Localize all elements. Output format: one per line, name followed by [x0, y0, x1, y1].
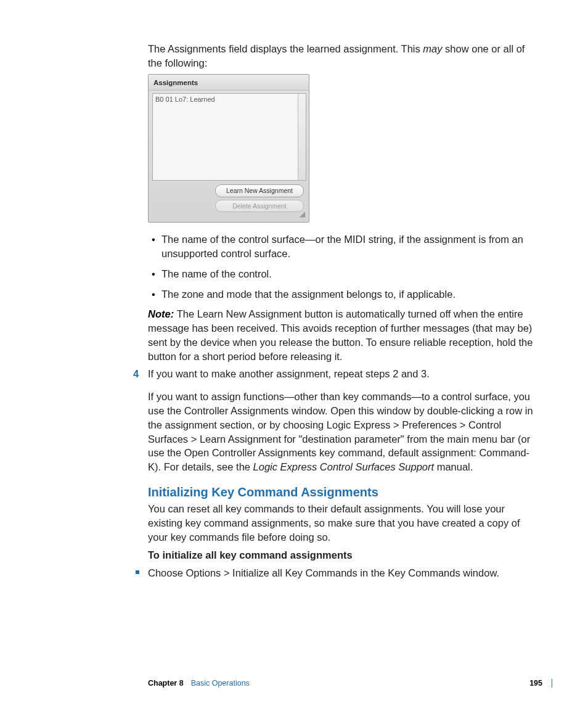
assignments-panel-title: Assignments: [149, 75, 309, 91]
note-label: Note:: [148, 308, 177, 319]
procedure-title: To initialize all key command assignment…: [148, 548, 535, 562]
procedure-step-text: Choose Options > Initialize all Key Comm…: [148, 567, 499, 578]
procedure-list: Choose Options > Initialize all Key Comm…: [148, 566, 535, 580]
assignments-list-entry: B0 01 Lo7: Learned: [155, 96, 215, 103]
bullet-text: The name of the control surface—or the M…: [161, 234, 523, 259]
resize-grip-icon[interactable]: ◢: [152, 212, 306, 218]
list-item: The name of the control surface—or the M…: [161, 232, 535, 261]
step-number: 4: [133, 367, 139, 381]
list-item: The name of the control.: [161, 267, 535, 281]
intro-paragraph: The Assignments field displays the learn…: [148, 42, 535, 70]
long-para-part2: manual.: [434, 461, 473, 472]
square-bullet-icon: [136, 570, 139, 574]
assignments-panel: Assignments B0 01 Lo7: Learned Learn New…: [148, 74, 309, 223]
intro-part1: The Assignments field displays the learn…: [148, 43, 423, 54]
page-footer: Chapter 8 Basic Operations 195: [148, 679, 542, 688]
step-text: If you want to make another assignment, …: [148, 368, 430, 379]
footer-rule-icon: [552, 679, 553, 688]
assignments-list[interactable]: B0 01 Lo7: Learned: [152, 93, 306, 181]
note-text: The Learn New Assignment button is autom…: [148, 308, 533, 361]
list-item: Choose Options > Initialize all Key Comm…: [148, 566, 535, 580]
controller-assignments-paragraph: If you want to assign functions—other th…: [148, 390, 535, 474]
list-item: The zone and mode that the assignment be…: [161, 287, 535, 302]
step-4: 4 If you want to make another assignment…: [148, 367, 535, 381]
bullet-text: The name of the control.: [161, 268, 272, 279]
bullet-list: The name of the control surface—or the M…: [148, 232, 535, 301]
section-heading: Initializing Key Command Assignments: [148, 484, 535, 501]
footer-page-number: 195: [529, 679, 542, 688]
intro-may: may: [423, 43, 442, 54]
footer-chapter-title: Basic Operations: [191, 679, 250, 688]
note-paragraph: Note: The Learn New Assignment button is…: [148, 307, 535, 363]
footer-chapter-label: Chapter 8: [148, 679, 184, 688]
manual-title: Logic Express Control Surfaces Support: [253, 461, 434, 472]
long-para-part1: If you want to assign functions—other th…: [148, 391, 533, 472]
learn-new-assignment-button[interactable]: Learn New Assignment: [215, 184, 304, 197]
delete-assignment-button: Delete Assignment: [215, 200, 304, 212]
bullet-text: The zone and mode that the assignment be…: [161, 289, 455, 300]
section-body: You can reset all key commands to their …: [148, 502, 535, 544]
